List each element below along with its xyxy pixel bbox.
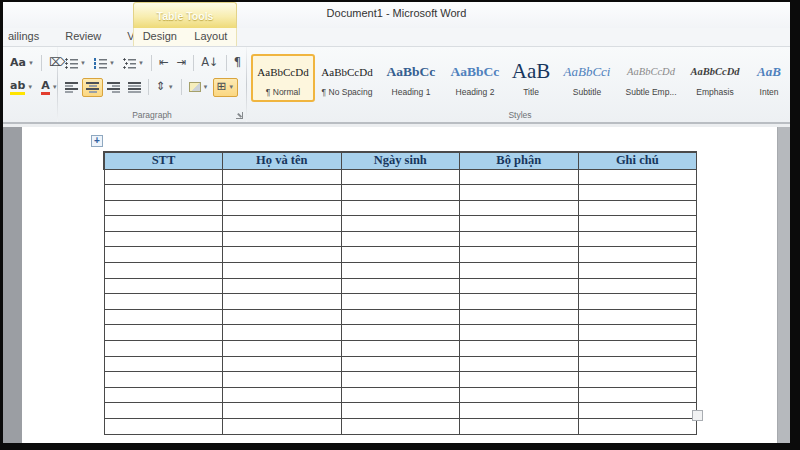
table-cell[interactable] xyxy=(578,200,697,216)
table-cell[interactable] xyxy=(104,216,223,232)
table-cell[interactable] xyxy=(460,231,579,247)
table-cell[interactable] xyxy=(341,387,460,403)
table-cell[interactable] xyxy=(460,372,579,388)
table-cell[interactable] xyxy=(223,185,342,201)
table-cell[interactable] xyxy=(341,278,460,294)
table-cell[interactable] xyxy=(578,263,697,279)
style-card-emphasis[interactable]: AaBbCcDdEmphasis xyxy=(683,54,747,102)
table-cell[interactable] xyxy=(223,419,342,435)
table-cell[interactable] xyxy=(104,325,223,341)
vertical-scrollbar[interactable] xyxy=(777,127,790,443)
table-cell[interactable] xyxy=(341,169,460,185)
table-cell[interactable] xyxy=(460,263,579,279)
table-cell[interactable] xyxy=(104,372,223,388)
paragraph-dialog-launcher-icon[interactable] xyxy=(236,112,243,119)
table-cell[interactable] xyxy=(223,263,342,279)
table-cell[interactable] xyxy=(578,356,697,372)
table-cell[interactable] xyxy=(223,216,342,232)
multilevel-list-button[interactable]: ▼ xyxy=(119,54,148,73)
table-cell[interactable] xyxy=(341,372,460,388)
document-table[interactable]: STTHọ và tênNgày sinhBộ phậnGhi chú xyxy=(103,151,697,435)
table-cell[interactable] xyxy=(578,419,697,435)
table-header-cell[interactable]: Ghi chú xyxy=(578,152,697,169)
table-cell[interactable] xyxy=(578,341,697,357)
table-cell[interactable] xyxy=(223,278,342,294)
table-cell[interactable] xyxy=(223,372,342,388)
table-cell[interactable] xyxy=(341,325,460,341)
style-card-intense[interactable]: AaBInten xyxy=(747,54,790,102)
align-center-button[interactable] xyxy=(82,78,103,97)
style-card-nospacing[interactable]: AaBbCcDd¶ No Spacing xyxy=(315,54,379,102)
table-cell[interactable] xyxy=(104,278,223,294)
table-cell[interactable] xyxy=(460,216,579,232)
text-highlight-color-button[interactable]: ab▼ xyxy=(6,78,37,97)
tab-ailings[interactable]: ailings xyxy=(3,28,52,46)
table-cell[interactable] xyxy=(578,309,697,325)
table-cell[interactable] xyxy=(341,185,460,201)
table-header-cell[interactable]: Ngày sinh xyxy=(341,152,460,169)
change-case-button[interactable]: Aa▼ xyxy=(6,54,38,73)
document-page[interactable]: + STTHọ và tênNgày sinhBộ phậnGhi chú xyxy=(22,127,777,443)
numbering-button[interactable]: ▼ xyxy=(90,54,119,73)
line-spacing-button[interactable]: ⇕▼ xyxy=(152,78,178,97)
table-cell[interactable] xyxy=(104,169,223,185)
table-cell[interactable] xyxy=(578,185,697,201)
table-cell[interactable] xyxy=(578,216,697,232)
table-cell[interactable] xyxy=(104,185,223,201)
table-cell[interactable] xyxy=(460,247,579,263)
sort-button[interactable]: A↓ xyxy=(197,54,223,73)
table-cell[interactable] xyxy=(460,200,579,216)
table-cell[interactable] xyxy=(104,356,223,372)
table-cell[interactable] xyxy=(460,185,579,201)
table-cell[interactable] xyxy=(341,216,460,232)
table-cell[interactable] xyxy=(223,200,342,216)
decrease-indent-button[interactable]: ⇤ xyxy=(155,54,173,73)
tab-layout[interactable]: Layout xyxy=(190,28,231,46)
table-cell[interactable] xyxy=(578,325,697,341)
table-cell[interactable] xyxy=(578,294,697,310)
table-cell[interactable] xyxy=(578,231,697,247)
table-cell[interactable] xyxy=(578,403,697,419)
table-cell[interactable] xyxy=(578,247,697,263)
increase-indent-button[interactable]: ⇥ xyxy=(173,54,191,73)
table-cell[interactable] xyxy=(341,263,460,279)
table-cell[interactable] xyxy=(460,387,579,403)
table-cell[interactable] xyxy=(104,263,223,279)
table-cell[interactable] xyxy=(578,387,697,403)
table-cell[interactable] xyxy=(104,419,223,435)
table-cell[interactable] xyxy=(460,294,579,310)
table-cell[interactable] xyxy=(104,231,223,247)
table-cell[interactable] xyxy=(223,294,342,310)
style-card-subtitle[interactable]: AaBbCciSubtitle xyxy=(555,54,619,102)
table-cell[interactable] xyxy=(341,247,460,263)
table-cell[interactable] xyxy=(341,403,460,419)
table-cell[interactable] xyxy=(341,309,460,325)
table-cell[interactable] xyxy=(104,403,223,419)
table-cell[interactable] xyxy=(104,294,223,310)
tab-review[interactable]: Review xyxy=(52,28,114,46)
table-cell[interactable] xyxy=(223,231,342,247)
table-cell[interactable] xyxy=(460,325,579,341)
align-justify-button[interactable] xyxy=(124,78,145,97)
table-cell[interactable] xyxy=(104,247,223,263)
style-card-normal[interactable]: AaBbCcDd¶ Normal xyxy=(251,54,315,102)
table-cell[interactable] xyxy=(223,403,342,419)
table-cell[interactable] xyxy=(460,169,579,185)
table-header-cell[interactable]: Họ và tên xyxy=(223,152,342,169)
table-cell[interactable] xyxy=(223,387,342,403)
table-cell[interactable] xyxy=(460,341,579,357)
table-header-cell[interactable]: STT xyxy=(104,152,223,169)
tab-design[interactable]: Design xyxy=(139,28,181,46)
table-cell[interactable] xyxy=(460,309,579,325)
table-resize-handle[interactable] xyxy=(692,410,703,421)
bullets-button[interactable]: ▼ xyxy=(61,54,90,73)
table-cell[interactable] xyxy=(223,169,342,185)
table-cell[interactable] xyxy=(104,309,223,325)
table-cell[interactable] xyxy=(223,356,342,372)
style-card-h2[interactable]: AaBbCcHeading 2 xyxy=(443,54,507,102)
table-header-cell[interactable]: Bộ phận xyxy=(460,152,579,169)
table-cell[interactable] xyxy=(104,341,223,357)
table-cell[interactable] xyxy=(104,387,223,403)
table-cell[interactable] xyxy=(223,247,342,263)
table-cell[interactable] xyxy=(460,419,579,435)
